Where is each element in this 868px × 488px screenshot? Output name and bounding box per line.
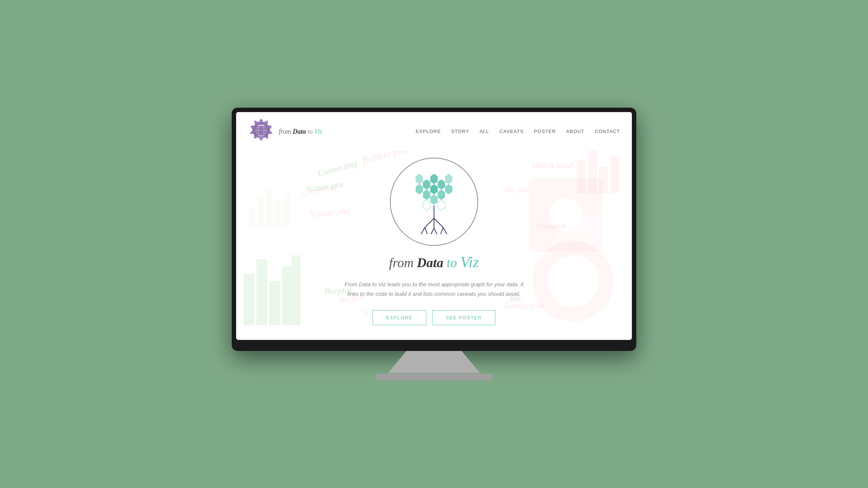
nav-link-poster[interactable]: POSTER: [534, 129, 556, 134]
nav-link-caveats[interactable]: CAVEATS: [499, 129, 524, 134]
nav-link-explore[interactable]: EXPLORE: [416, 129, 441, 134]
svg-line-46: [425, 227, 427, 234]
svg-marker-39: [423, 200, 430, 210]
svg-marker-32: [423, 190, 430, 200]
nav-item-all[interactable]: ALL: [480, 128, 489, 134]
svg-marker-28: [430, 184, 438, 194]
svg-marker-37: [416, 174, 423, 184]
monitor-stand: [388, 351, 480, 373]
tree-logo-svg: [401, 169, 467, 235]
nav-link-all[interactable]: ALL: [480, 129, 489, 134]
svg-marker-29: [423, 179, 430, 190]
see-poster-button[interactable]: SEE POSTER: [432, 310, 495, 325]
nav-item-contact[interactable]: CONTACT: [595, 128, 620, 134]
svg-line-48: [434, 228, 437, 234]
monitor-base: [375, 374, 493, 380]
svg-line-44: [434, 218, 443, 227]
svg-marker-35: [445, 184, 452, 194]
svg-marker-40: [438, 200, 445, 210]
svg-text:Winner: Winner: [259, 139, 264, 141]
svg-marker-34: [416, 184, 423, 194]
svg-marker-33: [438, 190, 445, 200]
svg-text:Information Is: Information Is: [257, 135, 264, 137]
svg-line-47: [431, 228, 434, 234]
logo-area: KANTAR Information Is Beautiful Awards W…: [248, 118, 323, 144]
nav-link-story[interactable]: STORY: [451, 129, 469, 134]
svg-line-45: [421, 227, 425, 234]
monitor-wrapper: Bubble plot Scatter plot Connecting Word…: [232, 108, 636, 380]
explore-button[interactable]: EXPLORE: [373, 310, 426, 325]
hero-viz: Viz: [460, 254, 479, 270]
hero-from: from: [389, 255, 417, 270]
nav-links: EXPLORE STORY ALL CAVEATS POSTER ABOUT C…: [416, 128, 620, 134]
hero-section: from Data to Viz From Data to Viz leads …: [236, 150, 632, 340]
hero-to: to: [447, 255, 460, 270]
nav-item-poster[interactable]: POSTER: [534, 128, 556, 134]
screen: Bubble plot Scatter plot Connecting Word…: [236, 112, 632, 340]
svg-marker-38: [445, 174, 452, 184]
nav-link-about[interactable]: ABOUT: [566, 129, 584, 134]
svg-line-50: [443, 227, 447, 234]
award-badge-svg: KANTAR Information Is Beautiful Awards W…: [248, 118, 274, 144]
svg-marker-31: [430, 174, 438, 184]
logo-text: from Data to Viz: [279, 127, 323, 136]
cta-buttons: EXPLORE SEE POSTER: [373, 310, 495, 325]
hero-description: From Data to Viz leads you to the most a…: [342, 280, 526, 298]
nav-item-caveats[interactable]: CAVEATS: [499, 128, 524, 134]
nav-link-contact[interactable]: CONTACT: [595, 129, 620, 134]
nav-item-explore[interactable]: EXPLORE: [416, 128, 441, 134]
hero-title: from Data to Viz: [389, 253, 479, 271]
svg-marker-30: [438, 179, 445, 190]
award-badge: KANTAR Information Is Beautiful Awards W…: [248, 118, 274, 144]
svg-marker-36: [430, 194, 438, 205]
nav-item-story[interactable]: STORY: [451, 128, 469, 134]
nav-item-about[interactable]: ABOUT: [566, 128, 584, 134]
hero-data: Data: [417, 255, 447, 270]
navbar: KANTAR Information Is Beautiful Awards W…: [236, 112, 632, 150]
tree-circle: [390, 158, 478, 246]
svg-line-49: [441, 227, 443, 234]
svg-line-42: [425, 218, 434, 227]
monitor-frame: Bubble plot Scatter plot Connecting Word…: [232, 108, 636, 351]
svg-text:Beautiful Awards: Beautiful Awards: [257, 137, 266, 138]
svg-text:KANTAR: KANTAR: [258, 125, 265, 126]
